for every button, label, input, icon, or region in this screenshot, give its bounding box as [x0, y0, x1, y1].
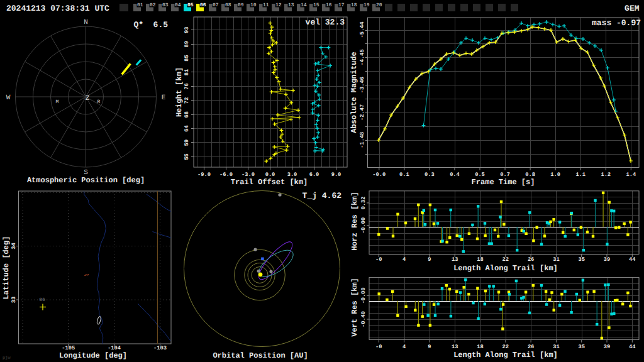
svg-text:64: 64: [184, 125, 190, 131]
svg-text:-0: -0: [375, 256, 382, 263]
svg-text:02: 02: [150, 3, 156, 8]
svg-text:-1.48: -1.48: [359, 132, 365, 148]
svg-text:59: 59: [184, 140, 190, 146]
svg-text:12: 12: [275, 3, 282, 8]
svg-text:35: 35: [578, 344, 584, 350]
svg-text:06: 06: [200, 3, 206, 8]
svg-text:85: 85: [184, 55, 190, 61]
svg-text:16: 16: [326, 3, 332, 8]
svg-text:9: 9: [428, 256, 431, 263]
svg-text:Z: Z: [86, 95, 90, 102]
svg-text:0.8: 0.8: [525, 172, 535, 178]
svg-text:1.0: 1.0: [550, 172, 560, 178]
svg-text:-0.00: -0.00: [360, 217, 367, 234]
svg-text:39: 39: [604, 344, 610, 350]
svg-text:76: 76: [184, 83, 190, 89]
svg-text:44: 44: [629, 344, 635, 350]
svg-text:Frame Time [s]: Frame Time [s]: [472, 178, 535, 187]
svg-text:19: 19: [364, 3, 370, 8]
svg-text:-3.46: -3.46: [359, 77, 365, 93]
svg-text:-0.0: -0.0: [372, 172, 386, 178]
svg-text:1.1: 1.1: [575, 172, 586, 178]
svg-text:05: 05: [187, 3, 194, 8]
svg-text:-2.47: -2.47: [359, 104, 365, 121]
svg-text:35: 35: [578, 256, 584, 263]
svg-text:-5.44: -5.44: [359, 21, 365, 38]
svg-text:Atmospheric Position [deg]: Atmospheric Position [deg]: [27, 176, 145, 185]
svg-text:14: 14: [301, 3, 307, 8]
svg-text:vel 32.3: vel 32.3: [306, 18, 345, 27]
svg-text:18: 18: [477, 256, 483, 263]
svg-text:3.0: 3.0: [287, 172, 297, 178]
svg-text:22: 22: [502, 344, 509, 350]
svg-text:1.2: 1.2: [601, 172, 611, 178]
svg-text:39: 39: [604, 256, 610, 263]
svg-text:Absolute Magnitude: Absolute Magnitude: [350, 52, 358, 133]
svg-text:-104: -104: [108, 345, 121, 351]
svg-text:R: R: [97, 99, 101, 105]
svg-text:mass -0.97: mass -0.97: [592, 18, 641, 28]
svg-text:07: 07: [213, 3, 219, 8]
svg-text:-4.45: -4.45: [359, 49, 365, 65]
svg-text:6.0: 6.0: [309, 172, 319, 178]
svg-text:0.5: 0.5: [475, 172, 485, 178]
svg-text:GEM: GEM: [625, 4, 640, 13]
svg-text:0.4: 0.4: [450, 172, 460, 178]
svg-text:-105: -105: [62, 345, 75, 351]
svg-text:11: 11: [263, 3, 269, 8]
svg-text:68: 68: [184, 111, 190, 118]
svg-text:44: 44: [629, 256, 635, 263]
svg-text:N: N: [84, 19, 88, 26]
svg-text:-9.0: -9.0: [197, 172, 211, 178]
svg-text:Length Along Trail [km]: Length Along Trail [km]: [453, 351, 558, 359]
svg-text:08: 08: [225, 3, 231, 8]
svg-text:34: 34: [11, 243, 17, 249]
svg-text:Horz Res [km]: Horz Res [km]: [350, 192, 359, 251]
svg-text:4: 4: [402, 344, 406, 350]
svg-text:15: 15: [313, 3, 319, 8]
svg-text:04: 04: [175, 3, 181, 8]
svg-text:09: 09: [238, 3, 244, 8]
svg-text:Height [km]: Height [km]: [175, 67, 184, 117]
svg-text:13: 13: [288, 3, 294, 8]
svg-text:1.4: 1.4: [626, 172, 636, 178]
svg-text:31: 31: [553, 344, 559, 350]
svg-text:06: 06: [39, 297, 45, 303]
svg-text:-0: -0: [375, 344, 382, 350]
svg-text:E: E: [162, 94, 166, 102]
svg-text:Q* 6.5: Q* 6.5: [133, 20, 168, 30]
svg-text:33: 33: [11, 297, 17, 303]
svg-text:M: M: [56, 99, 59, 105]
svg-text:18: 18: [351, 3, 357, 8]
svg-text:13: 13: [452, 344, 458, 350]
svg-text:20241213 07:38:31 UTC: 20241213 07:38:31 UTC: [6, 4, 109, 13]
svg-text:W: W: [6, 94, 11, 102]
svg-text:01: 01: [137, 3, 143, 8]
svg-text:pjw: pjw: [3, 355, 11, 361]
svg-text:55: 55: [184, 153, 190, 160]
svg-text:81: 81: [184, 69, 190, 75]
svg-text:9: 9: [428, 344, 431, 350]
svg-text:10: 10: [250, 3, 257, 8]
svg-text:0.32: 0.32: [360, 196, 367, 209]
svg-text:18: 18: [477, 344, 483, 350]
svg-text:-103: -103: [153, 345, 167, 351]
svg-text:03: 03: [162, 3, 169, 8]
svg-text:-0.40: -0.40: [360, 311, 367, 327]
svg-text:22: 22: [502, 256, 509, 263]
svg-text:0.1: 0.1: [399, 172, 409, 178]
svg-text:4: 4: [402, 256, 406, 263]
svg-text:T_j 4.62: T_j 4.62: [303, 191, 342, 200]
svg-text:Longitude [deg]: Longitude [deg]: [59, 351, 127, 360]
svg-text:Vert Res [km]: Vert Res [km]: [350, 278, 359, 337]
svg-text:Trail Offset [km]: Trail Offset [km]: [231, 178, 308, 187]
svg-text:9.0: 9.0: [331, 172, 341, 178]
svg-text:0.0: 0.0: [265, 172, 275, 178]
svg-text:Latitude [deg]: Latitude [deg]: [2, 236, 11, 300]
svg-text:Length Along Trail [km]: Length Along Trail [km]: [453, 264, 558, 273]
svg-text:13: 13: [452, 256, 458, 263]
svg-text:0.3: 0.3: [425, 172, 435, 178]
svg-text:72: 72: [184, 97, 190, 104]
svg-text:0.7: 0.7: [500, 172, 510, 178]
svg-text:-0.00: -0.00: [360, 287, 367, 304]
